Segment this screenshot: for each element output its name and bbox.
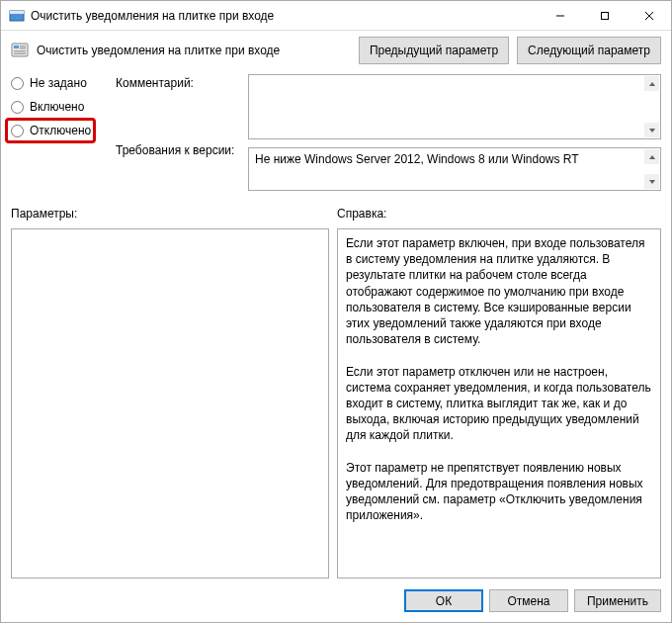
field-labels: Комментарий: Требования к версии: [116,74,242,191]
apply-button[interactable]: Применить [574,589,661,612]
radio-not-configured-input[interactable] [11,77,24,90]
help-box[interactable]: Если этот параметр включен, при входе по… [337,228,661,578]
help-label: Справка: [337,207,661,221]
lower-section: Если этот параметр включен, при входе по… [11,228,661,578]
header-title: Очистить уведомления на плитке при входе [37,44,351,57]
svg-rect-6 [12,44,28,56]
minimize-button[interactable] [538,1,582,30]
params-label: Параметры: [11,207,337,221]
svg-rect-7 [14,45,19,48]
parameters-box [11,228,329,578]
svg-marker-12 [649,82,655,86]
requirements-box: Не ниже Windows Server 2012, Windows 8 и… [248,147,661,191]
dialog-body: Не задано Включено Отключено Комментарий… [1,74,671,578]
radio-not-configured[interactable]: Не задано [11,76,110,90]
window-title: Очистить уведомления на плитке при входе [31,9,538,23]
radio-disabled-input[interactable] [11,125,24,137]
app-icon [9,8,25,24]
svg-rect-1 [10,11,24,14]
requirements-value: Не ниже Windows Server 2012, Windows 8 и… [255,152,579,166]
requirements-label: Требования к версии: [116,143,242,157]
svg-marker-15 [649,180,655,184]
radio-enabled-input[interactable] [11,101,24,114]
window-buttons [538,1,671,30]
header: Очистить уведомления на плитке при входе… [1,31,671,74]
requirements-scroll-down[interactable] [644,174,659,189]
radio-not-configured-label: Не задано [30,76,87,90]
dialog-window: Очистить уведомления на плитке при входе… [0,0,672,623]
titlebar: Очистить уведомления на плитке при входе [1,1,671,31]
svg-rect-8 [20,45,26,47]
maximize-button[interactable] [582,1,627,30]
fields: Не ниже Windows Server 2012, Windows 8 и… [248,74,661,191]
svg-rect-11 [14,53,26,55]
radio-disabled[interactable]: Отключено [11,124,110,137]
svg-marker-14 [649,155,655,159]
policy-icon [11,42,29,59]
next-setting-button[interactable]: Следующий параметр [517,37,661,64]
cancel-button[interactable]: Отмена [489,589,568,612]
svg-rect-9 [20,47,26,49]
radio-disabled-label: Отключено [30,124,91,137]
comment-textarea[interactable] [248,74,661,139]
dialog-footer: ОК Отмена Применить [1,578,671,622]
upper-section: Не задано Включено Отключено Комментарий… [11,74,661,191]
mid-labels: Параметры: Справка: [11,207,661,221]
comment-label: Комментарий: [116,76,242,90]
svg-marker-13 [649,129,655,133]
svg-rect-3 [601,12,608,19]
comment-scroll-up[interactable] [644,76,659,91]
close-button[interactable] [627,1,671,30]
previous-setting-button[interactable]: Предыдущий параметр [359,37,509,64]
radio-enabled-label: Включено [30,100,84,114]
state-radio-group: Не задано Включено Отключено [11,74,110,191]
ok-button[interactable]: ОК [404,589,483,612]
comment-scroll-down[interactable] [644,123,659,137]
requirements-scroll-up[interactable] [644,149,659,164]
svg-rect-10 [14,50,26,52]
radio-enabled[interactable]: Включено [11,100,110,114]
